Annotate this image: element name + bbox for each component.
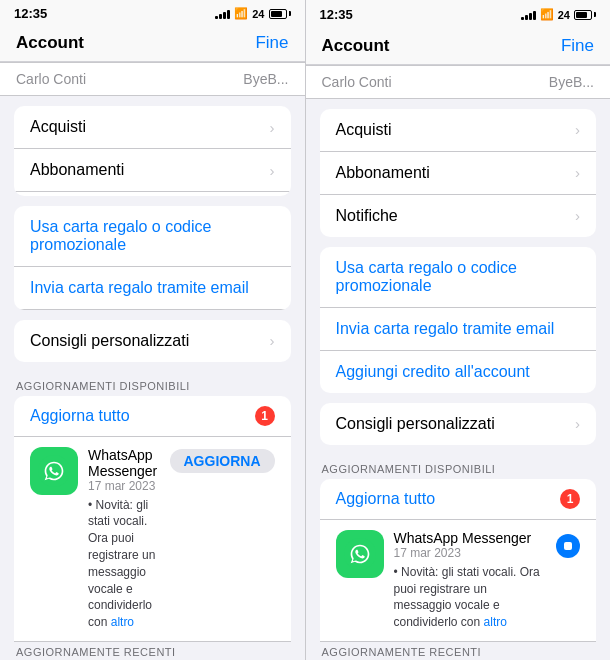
user-name-left: Carlo Conti: [16, 71, 86, 87]
battery-num-right: 24: [558, 9, 570, 21]
bottom-label-right: AGGIORNAMENTE RECENTI: [306, 642, 611, 660]
app-name-right: WhatsApp Messenger: [394, 530, 547, 546]
menu-item-notifiche-right[interactable]: Notifiche ›: [320, 195, 597, 237]
user-row-right[interactable]: Carlo Conti ByeB...: [306, 65, 611, 99]
link-invia-carta-right[interactable]: Invia carta regalo tramite email: [320, 308, 597, 351]
chevron-notifiche-right: ›: [575, 207, 580, 224]
badge-left: 1: [255, 406, 275, 426]
status-bar-left: 12:35 📶 24: [0, 0, 305, 25]
battery-icon-right: [574, 10, 596, 20]
update-header-right: Aggiorna tutto 1: [320, 479, 597, 520]
status-icons-left: 📶 24: [215, 7, 290, 20]
nav-done-left[interactable]: Fine: [255, 33, 288, 53]
battery-icon-left: [269, 9, 291, 19]
bottom-label-left: AGGIORNAMENTE RECENTI: [0, 642, 305, 660]
app-row-left[interactable]: WhatsApp Messenger 17 mar 2023 • Novità:…: [14, 437, 291, 642]
link-aggiungi-credito-right[interactable]: Aggiungi credito all'account: [320, 351, 597, 393]
nav-title-right: Account: [322, 36, 390, 56]
link-carta-regalo-left[interactable]: Usa carta regalo o codice promozionale: [14, 206, 291, 267]
chevron-acquisti-right: ›: [575, 121, 580, 138]
chevron-consigli-right: ›: [575, 415, 580, 432]
updates-label-right: AGGIORNAMENTI DISPONIBILI: [306, 459, 611, 479]
screens-container: 12:35 📶 24 Account Fine: [0, 0, 610, 660]
link-invia-carta-left[interactable]: Invia carta regalo tramite email: [14, 267, 291, 309]
signal-icon-left: [215, 9, 230, 19]
app-name-left: WhatsApp Messenger: [88, 447, 160, 479]
left-screen: 12:35 📶 24 Account Fine: [0, 0, 306, 660]
menu-item-abbonamenti-left[interactable]: Abbonamenti ›: [14, 149, 291, 192]
signal-icon-right: [521, 10, 536, 20]
app-info-left: WhatsApp Messenger 17 mar 2023 • Novità:…: [88, 447, 160, 631]
menu-item-acquisti-left[interactable]: Acquisti ›: [14, 106, 291, 149]
chevron-abbonamenti-right: ›: [575, 164, 580, 181]
svg-point-0: [38, 455, 70, 487]
svg-point-1: [344, 538, 376, 570]
user-email-right: ByeB...: [549, 74, 594, 90]
menu-item-abbonamenti-right[interactable]: Abbonamenti ›: [320, 152, 597, 195]
app-desc-right: • Novità: gli stati vocali. Ora puoi reg…: [394, 564, 547, 631]
status-icons-right: 📶 24: [521, 8, 596, 21]
consigli-card-left[interactable]: Consigli personalizzati ›: [14, 320, 291, 362]
chevron-consigli-left: ›: [270, 332, 275, 349]
nav-done-right[interactable]: Fine: [561, 36, 594, 56]
time-right: 12:35: [320, 7, 353, 22]
user-name-right: Carlo Conti: [322, 74, 392, 90]
app-date-left: 17 mar 2023: [88, 479, 160, 493]
chevron-abbonamenti-left: ›: [270, 162, 275, 179]
menu-item-acquisti-right[interactable]: Acquisti ›: [320, 109, 597, 152]
link-carta-regalo-right[interactable]: Usa carta regalo o codice promozionale: [320, 247, 597, 308]
more-link-right[interactable]: altro: [484, 615, 507, 629]
wifi-icon-right: 📶: [540, 8, 554, 21]
battery-num-left: 24: [252, 8, 264, 20]
nav-title-left: Account: [16, 33, 84, 53]
update-header-left: Aggiorna tutto 1: [14, 396, 291, 437]
app-date-right: 17 mar 2023: [394, 546, 547, 560]
badge-right: 1: [560, 489, 580, 509]
menu-card-left: Acquisti › Abbonamenti › Notifiche ›: [14, 106, 291, 196]
update-dot-button-right[interactable]: [556, 534, 580, 558]
nav-bar-right: Account Fine: [306, 28, 611, 65]
right-screen: 12:35 📶 24 Account Fine: [306, 0, 611, 660]
update-button-left[interactable]: AGGIORNA: [170, 449, 275, 473]
chevron-acquisti-left: ›: [270, 119, 275, 136]
menu-card-right: Acquisti › Abbonamenti › Notifiche ›: [320, 109, 597, 237]
time-left: 12:35: [14, 6, 47, 21]
whatsapp-icon-left: [30, 447, 78, 495]
whatsapp-icon-right: [336, 530, 384, 578]
update-all-right[interactable]: Aggiorna tutto: [336, 490, 436, 508]
update-all-left[interactable]: Aggiorna tutto: [30, 407, 130, 425]
wifi-icon-left: 📶: [234, 7, 248, 20]
more-link-left[interactable]: altro: [111, 615, 134, 629]
nav-bar-left: Account Fine: [0, 25, 305, 62]
updates-label-left: AGGIORNAMENTI DISPONIBILI: [0, 376, 305, 396]
status-bar-right: 12:35 📶 24: [306, 0, 611, 28]
links-section-left: Usa carta regalo o codice promozionale I…: [14, 206, 291, 309]
links-section-right: Usa carta regalo o codice promozionale I…: [320, 247, 597, 393]
consigli-card-right[interactable]: Consigli personalizzati ›: [320, 403, 597, 445]
app-desc-left: • Novità: gli stati vocali. Ora puoi reg…: [88, 497, 160, 631]
user-email-left: ByeB...: [243, 71, 288, 87]
user-row-left[interactable]: Carlo Conti ByeB...: [0, 62, 305, 96]
app-row-right[interactable]: WhatsApp Messenger 17 mar 2023 • Novità:…: [320, 520, 597, 642]
app-info-right: WhatsApp Messenger 17 mar 2023 • Novità:…: [394, 530, 547, 631]
menu-item-notifiche-left[interactable]: Notifiche ›: [14, 192, 291, 196]
